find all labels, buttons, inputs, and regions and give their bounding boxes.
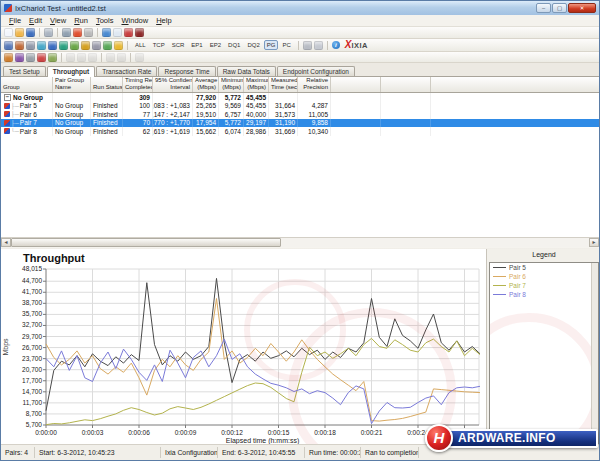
legend-title: Legend xyxy=(487,249,600,261)
pair-red-icon[interactable] xyxy=(124,28,133,37)
chart-title: Throughput xyxy=(23,252,85,264)
poll-icon[interactable] xyxy=(26,53,35,62)
filter-dq2-button[interactable]: DQ2 xyxy=(244,40,262,50)
toolbar-separator xyxy=(57,28,58,37)
svg-text:38,700: 38,700 xyxy=(22,299,42,306)
menu-tools[interactable]: Tools xyxy=(92,16,118,25)
lock-icon xyxy=(135,53,144,62)
filter-ep2-button[interactable]: EP2 xyxy=(207,40,224,50)
filter-pg-button[interactable]: PG xyxy=(264,40,279,50)
tab-test-setup[interactable]: Test Setup xyxy=(3,66,46,76)
scroll-left-icon[interactable]: ◄ xyxy=(1,238,11,247)
menu-file[interactable]: File xyxy=(5,16,25,25)
tree-connector: ├─ xyxy=(11,103,19,109)
edit-icon[interactable] xyxy=(70,41,79,50)
globe-icon[interactable] xyxy=(59,41,68,50)
menu-view[interactable]: View xyxy=(46,16,70,25)
close-button[interactable]: ✕ xyxy=(568,3,596,13)
column-header[interactable]: Group xyxy=(1,77,53,92)
column-header[interactable]: Maximum(Mbps) xyxy=(244,77,269,92)
column-header[interactable] xyxy=(381,77,431,92)
tab-endpoint-configuration[interactable]: Endpoint Configuration xyxy=(277,66,355,76)
expander-icon[interactable]: − xyxy=(4,94,11,101)
table-row[interactable]: ├─Pair 6No GroupFinished77-2,147 : +2,14… xyxy=(1,110,599,119)
table-row[interactable]: └─Pair 8No GroupFinished62-1,619 : +1,61… xyxy=(1,127,599,136)
copy-icon[interactable] xyxy=(113,28,122,37)
svg-text:0:00:03: 0:00:03 xyxy=(82,429,104,436)
tip-icon[interactable] xyxy=(114,41,123,50)
save-icon[interactable] xyxy=(26,28,35,37)
tab-transaction-rate[interactable]: Transaction Rate xyxy=(96,66,157,76)
stop-run-icon[interactable] xyxy=(37,53,46,62)
column-header[interactable]: RelativePrecision xyxy=(298,77,331,92)
status-cell: Ran to completion xyxy=(361,447,419,458)
column-header[interactable]: Timing RecordsCompleted xyxy=(123,77,153,92)
legend-item: Pair 5 xyxy=(490,263,598,272)
console-icon[interactable] xyxy=(4,41,13,50)
chart-icon[interactable] xyxy=(81,41,90,50)
column-header[interactable]: Run Status xyxy=(91,77,123,92)
app-icon xyxy=(4,4,12,12)
snapshot-icon[interactable] xyxy=(26,41,35,50)
maximize-button[interactable]: ▢ xyxy=(552,3,567,13)
print-icon[interactable] xyxy=(44,28,53,37)
endpoint-icon[interactable] xyxy=(15,41,24,50)
toolbar-separator xyxy=(101,53,102,62)
console-gray-icon[interactable] xyxy=(303,41,312,50)
horizontal-scrollbar[interactable]: ◄ ► xyxy=(1,237,599,247)
menu-window[interactable]: Window xyxy=(117,16,152,25)
filter-pc-button[interactable]: PC xyxy=(279,40,293,50)
svg-text:0:00:15: 0:00:15 xyxy=(268,429,290,436)
column-header[interactable]: Average(Mbps) xyxy=(193,77,219,92)
new-file-icon[interactable] xyxy=(4,28,13,37)
menu-help[interactable]: Help xyxy=(152,16,175,25)
svg-text:5,700: 5,700 xyxy=(26,421,43,428)
group-add-icon xyxy=(66,53,75,62)
menu-run[interactable]: Run xyxy=(70,16,92,25)
scrollbar-thumb[interactable] xyxy=(11,238,281,247)
title-bar: IxChariot Test - untitled2.tst ‒ ▢ ✕ xyxy=(1,1,599,15)
column-header[interactable]: MeasuredTime (sec) xyxy=(269,77,298,92)
table-row-group[interactable]: −No Group30977,9205,77245,455 xyxy=(1,93,599,102)
network-icon[interactable] xyxy=(37,41,46,50)
info-icon[interactable]: i xyxy=(332,41,340,49)
table-header: GroupPair GroupNameRun StatusTiming Reco… xyxy=(1,77,599,93)
minimize-button[interactable]: ‒ xyxy=(536,3,551,13)
filter-dq1-button[interactable]: DQ1 xyxy=(225,40,243,50)
find-icon[interactable] xyxy=(62,28,71,37)
add-pair-icon[interactable] xyxy=(102,28,111,37)
scroll-right-icon[interactable]: ► xyxy=(589,238,599,247)
tab-raw-data-totals[interactable]: Raw Data Totals xyxy=(217,66,276,76)
column-header[interactable]: Minimum(Mbps) xyxy=(219,77,244,92)
legend-item: Pair 8 xyxy=(490,290,598,299)
tree-connector: ├─ xyxy=(11,111,19,117)
filter-ep1-button[interactable]: EP1 xyxy=(188,40,205,50)
annotate-icon[interactable] xyxy=(48,53,57,62)
toolbar-standard xyxy=(1,27,599,39)
schedule-icon[interactable] xyxy=(4,53,13,62)
stop-icon[interactable] xyxy=(73,28,82,37)
window-gray-icon[interactable] xyxy=(314,41,323,50)
status-cell: Ixia Configuration: xyxy=(161,447,218,458)
table-row[interactable]: ├─Pair 7No GroupFinished70-1,770 : +1,77… xyxy=(1,119,599,128)
filter-scr-button[interactable]: SCR xyxy=(169,40,188,50)
chart-gray-icon[interactable] xyxy=(92,41,101,50)
toolbar-separator xyxy=(61,53,62,62)
pair-maroon-icon[interactable] xyxy=(135,28,144,37)
run-icon[interactable] xyxy=(15,53,24,62)
column-header[interactable]: Pair GroupName xyxy=(53,77,91,92)
filter-all-button[interactable]: ALL xyxy=(132,40,149,50)
table-row[interactable]: ├─Pair 5No GroupFinished100-1,083 : +1,0… xyxy=(1,102,599,111)
menu-edit[interactable]: Edit xyxy=(25,16,46,25)
legend-scrollbar[interactable] xyxy=(591,263,598,443)
grid-icon[interactable] xyxy=(103,41,112,50)
column-header[interactable]: 95% ConfidenceInterval xyxy=(153,77,193,92)
monitor-icon[interactable] xyxy=(48,41,57,50)
legend-swatch-icon xyxy=(493,276,506,277)
tab-throughput[interactable]: Throughput xyxy=(47,66,95,77)
column-header[interactable] xyxy=(331,77,381,92)
tab-response-time[interactable]: Response Time xyxy=(158,66,215,76)
filter-tcp-button[interactable]: TCP xyxy=(150,40,168,50)
open-folder-icon[interactable] xyxy=(15,28,24,37)
pause-icon[interactable] xyxy=(84,28,93,37)
